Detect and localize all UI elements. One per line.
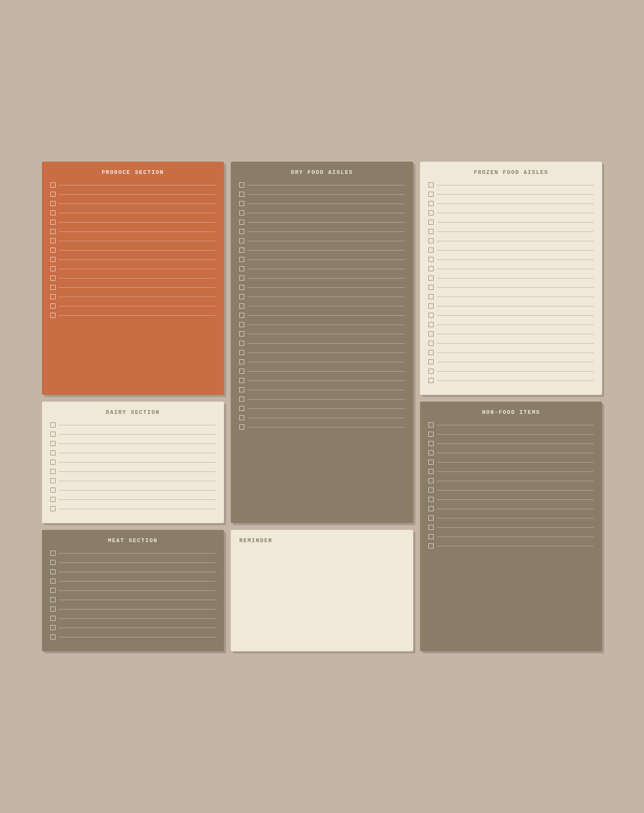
checkbox-icon[interactable] [428,276,434,281]
checkbox-icon[interactable] [428,294,434,299]
list-item[interactable] [428,322,594,327]
list-item[interactable] [428,229,594,234]
checkbox-icon[interactable] [428,257,434,262]
list-item[interactable] [50,551,216,556]
list-item[interactable] [50,616,216,621]
list-item[interactable] [239,322,405,327]
checkbox-icon[interactable] [428,331,434,336]
list-item[interactable] [239,415,405,420]
checkbox-icon[interactable] [50,201,55,206]
checkbox-icon[interactable] [50,579,55,584]
checkbox-icon[interactable] [239,220,244,225]
checkbox-icon[interactable] [50,616,55,621]
list-item[interactable] [428,378,594,383]
checkbox-icon[interactable] [50,460,55,465]
checkbox-icon[interactable] [428,210,434,215]
list-item[interactable] [50,579,216,584]
list-item[interactable] [428,450,594,455]
checkbox-icon[interactable] [239,294,244,299]
checkbox-icon[interactable] [239,359,244,364]
list-item[interactable] [239,257,405,262]
checkbox-icon[interactable] [239,406,244,411]
checkbox-icon[interactable] [50,450,55,455]
list-item[interactable] [50,257,216,262]
list-item[interactable] [239,210,405,215]
checkbox-icon[interactable] [239,201,244,206]
checkbox-icon[interactable] [239,229,244,234]
list-item[interactable] [50,588,216,593]
list-item[interactable] [428,248,594,253]
list-item[interactable] [239,266,405,271]
list-item[interactable] [239,397,405,402]
checkbox-icon[interactable] [428,238,434,243]
list-item[interactable] [428,488,594,493]
checkbox-icon[interactable] [428,303,434,309]
list-item[interactable] [50,220,216,225]
checkbox-icon[interactable] [428,369,434,374]
checkbox-icon[interactable] [50,606,55,612]
list-item[interactable] [50,478,216,483]
checkbox-icon[interactable] [50,422,55,427]
checkbox-icon[interactable] [239,331,244,336]
list-item[interactable] [428,192,594,197]
list-item[interactable] [428,506,594,511]
checkbox-icon[interactable] [50,210,55,215]
list-item[interactable] [239,424,405,430]
checkbox-icon[interactable] [239,387,244,392]
list-item[interactable] [50,634,216,639]
list-item[interactable] [239,313,405,318]
checkbox-icon[interactable] [239,369,244,374]
list-item[interactable] [50,488,216,493]
checkbox-icon[interactable] [239,266,244,271]
checkbox-icon[interactable] [239,238,244,243]
checkbox-icon[interactable] [428,478,434,483]
list-item[interactable] [239,276,405,281]
list-item[interactable] [50,597,216,602]
list-item[interactable] [50,422,216,427]
checkbox-icon[interactable] [50,506,55,511]
checkbox-icon[interactable] [50,303,55,309]
list-item[interactable] [428,201,594,206]
list-item[interactable] [50,469,216,474]
checkbox-icon[interactable] [239,285,244,290]
checkbox-icon[interactable] [428,506,434,511]
list-item[interactable] [428,210,594,215]
list-item[interactable] [428,303,594,309]
checkbox-icon[interactable] [50,313,55,318]
checkbox-icon[interactable] [239,210,244,215]
list-item[interactable] [50,441,216,446]
checkbox-icon[interactable] [50,192,55,197]
list-item[interactable] [428,341,594,346]
checkbox-icon[interactable] [50,497,55,502]
list-item[interactable] [428,422,594,427]
list-item[interactable] [50,506,216,511]
list-item[interactable] [428,441,594,446]
checkbox-icon[interactable] [239,415,244,420]
list-item[interactable] [428,182,594,187]
checkbox-icon[interactable] [428,488,434,493]
checkbox-icon[interactable] [50,441,55,446]
list-item[interactable] [428,313,594,318]
checkbox-icon[interactable] [428,220,434,225]
list-item[interactable] [428,460,594,465]
reminder-area[interactable] [239,551,405,644]
checkbox-icon[interactable] [428,248,434,253]
list-item[interactable] [239,303,405,309]
checkbox-icon[interactable] [239,424,244,430]
checkbox-icon[interactable] [428,432,434,437]
list-item[interactable] [50,266,216,271]
checkbox-icon[interactable] [50,488,55,493]
checkbox-icon[interactable] [239,313,244,318]
list-item[interactable] [428,276,594,281]
checkbox-icon[interactable] [428,359,434,364]
checkbox-icon[interactable] [239,397,244,402]
list-item[interactable] [50,560,216,565]
checkbox-icon[interactable] [428,441,434,446]
checkbox-icon[interactable] [50,432,55,437]
list-item[interactable] [428,350,594,355]
checkbox-icon[interactable] [428,229,434,234]
list-item[interactable] [50,606,216,612]
checkbox-icon[interactable] [50,625,55,630]
checkbox-icon[interactable] [239,378,244,383]
checkbox-icon[interactable] [50,469,55,474]
